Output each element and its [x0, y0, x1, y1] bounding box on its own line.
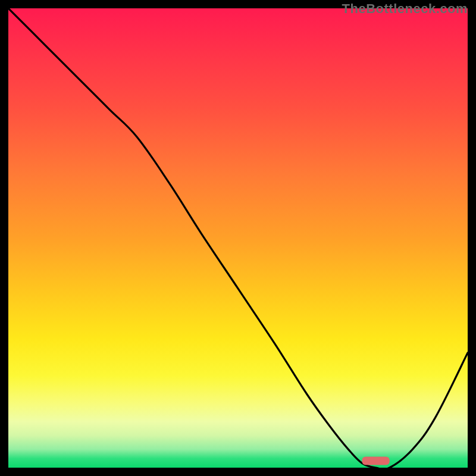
watermark-text: TheBottleneck.com — [342, 1, 468, 17]
plot-area — [8, 8, 468, 468]
chart-frame — [8, 8, 468, 468]
chart-svg — [8, 8, 468, 468]
optimal-range-marker — [362, 456, 389, 465]
bottleneck-curve — [8, 8, 468, 468]
